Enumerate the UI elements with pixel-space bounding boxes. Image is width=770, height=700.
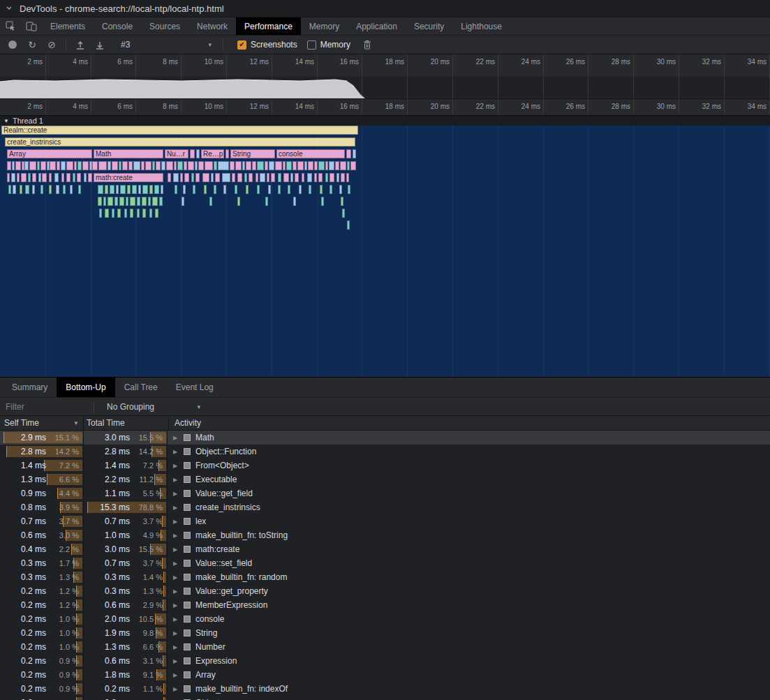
flame-bar[interactable] (17, 173, 20, 182)
flame-bar[interactable] (138, 185, 141, 194)
flame-bar[interactable] (347, 161, 350, 170)
flame-bar[interactable] (336, 173, 339, 182)
flame-bar[interactable] (128, 161, 133, 170)
flame-bar[interactable] (225, 149, 229, 158)
flame-bar[interactable] (223, 185, 226, 194)
flame-bar[interactable] (137, 209, 140, 218)
flame-bar[interactable] (132, 185, 137, 194)
flame-bar[interactable] (271, 173, 275, 182)
expand-icon[interactable]: ▶ (172, 477, 179, 483)
table-row[interactable]: 1.3 ms6.6 %2.2 ms11.2 %▶Executable (0, 472, 770, 486)
table-row[interactable]: 0.2 ms0.9 %0.6 ms3.1 %▶Expression (0, 654, 770, 668)
flame-bar[interactable] (161, 161, 165, 170)
flame-bar[interactable] (49, 173, 52, 182)
flame-bar[interactable] (84, 173, 87, 182)
tab-lighthouse[interactable]: Lighthouse (452, 17, 510, 35)
flame-bar[interactable] (42, 173, 47, 182)
inspect-element-icon[interactable] (0, 17, 21, 35)
flame-bar[interactable] (246, 161, 251, 170)
tab-bottom-up[interactable]: Bottom-Up (57, 378, 114, 397)
tab-memory[interactable]: Memory (301, 17, 348, 35)
flame-bar[interactable] (260, 173, 265, 182)
flame-bar[interactable] (133, 161, 140, 170)
flame-bar[interactable] (347, 221, 350, 230)
flame-bar[interactable] (7, 173, 10, 182)
flame-bar[interactable] (230, 161, 235, 170)
recording-select[interactable]: #3 ▾ (114, 37, 219, 52)
flame-bar[interactable]: math:create (94, 173, 163, 182)
flame-bar[interactable] (314, 161, 318, 170)
flame-bar[interactable] (215, 173, 220, 182)
column-header-total-time[interactable]: Total Time (84, 416, 169, 430)
flame-chart[interactable]: ▼ Thread 1 Realm::createcreate_instrinsi… (0, 116, 770, 377)
flame-bar[interactable] (37, 161, 40, 170)
flame-bar[interactable] (204, 185, 207, 194)
flame-bar[interactable] (318, 161, 325, 170)
flame-bar[interactable] (214, 161, 217, 170)
overview-track[interactable] (0, 77, 770, 99)
table-row[interactable]: 0.7 ms3.7 %0.7 ms3.7 %▶lex (0, 514, 770, 528)
expand-icon[interactable]: ▶ (172, 672, 179, 678)
chevron-down-icon[interactable] (6, 5, 13, 12)
flame-bar[interactable]: console (276, 149, 345, 158)
flame-bar[interactable] (29, 161, 36, 170)
column-header-activity[interactable]: Activity (169, 416, 770, 430)
flame-bar[interactable] (330, 173, 334, 182)
expand-icon[interactable]: ▶ (172, 463, 179, 469)
ruler-bottom[interactable]: 2 ms4 ms6 ms8 ms10 ms12 ms14 ms16 ms18 m… (0, 99, 770, 116)
flame-bar[interactable] (152, 197, 158, 206)
thread-header[interactable]: ▼ Thread 1 (0, 116, 770, 126)
flame-bar[interactable] (325, 161, 328, 170)
flame-bar[interactable] (88, 173, 92, 182)
tab-call-tree[interactable]: Call Tree (115, 378, 167, 397)
flame-bar[interactable] (13, 185, 16, 194)
flame-bar[interactable] (142, 197, 147, 206)
flame-bar[interactable] (127, 185, 131, 194)
flame-bar[interactable] (117, 209, 121, 218)
flame-bar[interactable] (183, 185, 186, 194)
flame-bar[interactable] (209, 197, 212, 206)
record-button[interactable] (3, 36, 22, 53)
flame-bar[interactable]: Re…p (201, 149, 224, 158)
tab-elements[interactable]: Elements (42, 17, 94, 35)
flame-bar[interactable] (257, 161, 264, 170)
flame-bar[interactable] (152, 161, 155, 170)
flame-bar[interactable] (73, 173, 75, 182)
flame-bar[interactable] (108, 197, 113, 206)
tab-sources[interactable]: Sources (141, 17, 188, 35)
table-row[interactable]: 0.2 ms0.8 %0.2 ms1.0 %▶Object… (0, 696, 770, 700)
tab-event-log[interactable]: Event Log (167, 378, 223, 397)
table-row[interactable]: 0.2 ms1.2 %0.6 ms2.9 %▶MemberExpression (0, 598, 770, 612)
flame-bar[interactable]: Nu…r (165, 149, 188, 158)
flame-bar[interactable] (54, 173, 59, 182)
flame-bar[interactable] (244, 173, 247, 182)
delete-recording-button[interactable] (357, 36, 377, 53)
expand-icon[interactable]: ▶ (172, 630, 179, 636)
flame-bar[interactable] (70, 185, 73, 194)
flame-bar[interactable] (159, 197, 163, 206)
flame-bar[interactable] (184, 173, 189, 182)
tab-console[interactable]: Console (94, 17, 141, 35)
flame-bar[interactable] (314, 173, 317, 182)
table-row[interactable]: 0.3 ms1.3 %0.3 ms1.4 %▶make_builtin_fn: … (0, 570, 770, 584)
flame-bar[interactable] (339, 185, 342, 194)
flame-bar[interactable] (237, 173, 242, 182)
table-row[interactable]: 0.9 ms4.4 %1.1 ms5.5 %▶Value::get_field (0, 486, 770, 500)
flame-bar[interactable] (330, 185, 332, 194)
flame-bar[interactable] (211, 173, 214, 182)
flame-bar[interactable] (265, 197, 268, 206)
flame-bar[interactable] (196, 149, 200, 158)
flame-bar[interactable] (103, 197, 106, 206)
flame-bar[interactable] (218, 161, 229, 170)
flame-bar[interactable] (11, 173, 15, 182)
table-row[interactable]: 2.9 ms15.1 %3.0 ms15.5 %▶Math (0, 431, 770, 445)
expand-icon[interactable]: ▶ (172, 560, 179, 567)
flame-bar[interactable] (161, 185, 163, 194)
flame-bar[interactable] (50, 161, 56, 170)
expand-icon[interactable]: ▶ (172, 533, 179, 539)
tab-application[interactable]: Application (348, 17, 406, 35)
flame-bar[interactable] (114, 197, 118, 206)
table-row[interactable]: 0.8 ms3.9 %15.3 ms78.8 %▶create_instrins… (0, 500, 770, 514)
expand-icon[interactable]: ▶ (172, 519, 179, 525)
thread-expand-icon[interactable]: ▼ (3, 118, 9, 124)
